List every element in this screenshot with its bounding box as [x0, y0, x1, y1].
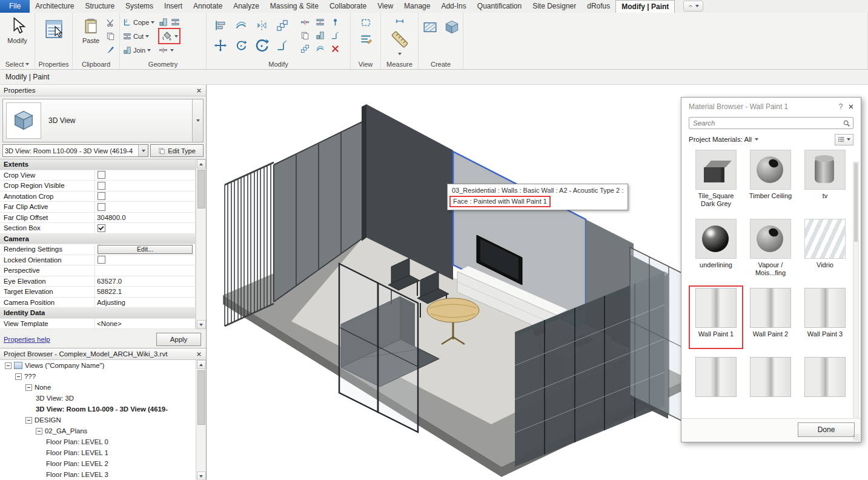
- apply-button[interactable]: Apply: [156, 333, 201, 346]
- tree-item[interactable]: Floor Plan: LEVEL 2: [0, 458, 196, 469]
- material-tile[interactable]: underlining: [690, 218, 742, 279]
- property-value[interactable]: <None>: [97, 320, 122, 327]
- trim-corner-button[interactable]: [330, 30, 340, 41]
- project-browser-close-icon[interactable]: [194, 350, 204, 358]
- aligned-dimension-button[interactable]: [394, 16, 406, 26]
- create-group-button[interactable]: [422, 19, 439, 36]
- ribbon-tab[interactable]: Quantification: [472, 0, 527, 13]
- type-selector-dropdown[interactable]: [192, 99, 203, 142]
- property-checkbox[interactable]: [98, 192, 105, 200]
- property-edit-button[interactable]: Edit...: [98, 245, 193, 254]
- property-value-cell[interactable]: [95, 202, 196, 212]
- tree-item[interactable]: Floor Plan: LEVEL 0: [0, 436, 196, 447]
- material-tile[interactable]: Vapour / Mois...fing: [744, 218, 797, 279]
- ribbon-tab[interactable]: Insert: [159, 0, 188, 13]
- unpin-button[interactable]: [315, 44, 325, 54]
- ribbon-tab[interactable]: View: [372, 0, 399, 13]
- ribbon-tab[interactable]: Architecture: [30, 0, 79, 13]
- panel-label-clipboard[interactable]: Clipboard: [73, 59, 119, 68]
- cut-geometry-button[interactable]: Cut: [120, 29, 154, 43]
- tree-item[interactable]: 3D View: Room L10-009 - 3D View (4619-: [0, 404, 196, 415]
- scroll-thumb[interactable]: [854, 163, 858, 242]
- tree-expander-icon[interactable]: [25, 417, 32, 424]
- panel-label-measure[interactable]: Measure: [381, 59, 418, 68]
- properties-toggle-button[interactable]: [39, 15, 68, 41]
- tree-item[interactable]: Floor Plan: LEVEL 3: [0, 469, 196, 480]
- paste-button[interactable]: Paste: [76, 15, 105, 55]
- mirror-axis-button[interactable]: [255, 19, 268, 32]
- material-tile[interactable]: [690, 356, 742, 408]
- help-button[interactable]: ?: [835, 102, 846, 111]
- panel-label-geometry[interactable]: Geometry: [120, 59, 206, 68]
- modify-button[interactable]: Modify: [3, 15, 32, 44]
- join-geometry-button[interactable]: Join: [120, 43, 154, 57]
- ribbon-tab[interactable]: Massing & Site: [265, 0, 324, 13]
- align-button[interactable]: [214, 19, 227, 32]
- file-tab[interactable]: File: [0, 0, 30, 13]
- project-browser-scrollbar[interactable]: [196, 360, 206, 480]
- property-value-cell[interactable]: <None>: [95, 319, 196, 329]
- property-value[interactable]: Adjusting: [97, 299, 125, 306]
- copy-to-clipboard-button[interactable]: [105, 31, 116, 41]
- cut-profile-button[interactable]: [315, 17, 325, 27]
- ribbon-tab[interactable]: Annotate: [188, 0, 228, 13]
- material-tile[interactable]: Wall Paint 3: [799, 287, 851, 348]
- ribbon-tab[interactable]: Structure: [79, 0, 120, 13]
- materials-filter-label[interactable]: Project Materials: All: [689, 136, 752, 143]
- tree-item[interactable]: DESIGN: [0, 415, 196, 425]
- ribbon-tab[interactable]: Manage: [399, 0, 436, 13]
- panel-label-modify[interactable]: Modify: [207, 59, 350, 68]
- ribbon-tab[interactable]: Modify | Paint: [615, 0, 675, 13]
- property-checkbox[interactable]: [98, 171, 105, 179]
- copy-button[interactable]: [300, 30, 310, 41]
- ribbon-tab[interactable]: Systems: [120, 0, 159, 13]
- rotate-large-button[interactable]: [253, 37, 270, 54]
- beam-joins-button[interactable]: [170, 17, 181, 27]
- tree-item[interactable]: ???: [0, 371, 196, 382]
- material-tile[interactable]: Wall Paint 2: [744, 287, 797, 348]
- drawing-area[interactable]: 03_Residential : Walls : Basic Wall : A2…: [207, 85, 868, 480]
- scroll-up-icon[interactable]: [197, 360, 206, 369]
- paint-dropdown-caret[interactable]: [174, 35, 178, 38]
- tree-expander-icon[interactable]: [36, 428, 42, 435]
- property-value-cell[interactable]: [95, 255, 196, 265]
- scroll-thumb[interactable]: [197, 170, 205, 208]
- property-value-cell[interactable]: [95, 181, 196, 191]
- material-tile[interactable]: [744, 356, 797, 408]
- tree-item[interactable]: 3D View: 3D: [0, 393, 196, 404]
- view-selector-combo[interactable]: 3D View: Room L10-009 - 3D View (4619-4: [2, 144, 148, 157]
- trim-extend-button[interactable]: [276, 39, 289, 52]
- measure-dropdown-caret[interactable]: [398, 53, 402, 55]
- material-tile[interactable]: Timber Ceiling: [744, 148, 797, 210]
- properties-title-bar[interactable]: Properties: [0, 85, 206, 96]
- material-search-input[interactable]: [689, 117, 853, 129]
- create-similar-button[interactable]: [443, 19, 460, 36]
- property-value-cell[interactable]: [95, 192, 196, 202]
- panel-label-properties[interactable]: Properties: [35, 59, 72, 68]
- cope-button[interactable]: Cope: [120, 15, 154, 29]
- material-tile[interactable]: Vidrio: [799, 218, 851, 279]
- project-browser-title-bar[interactable]: Project Browser - Complex_Model_ARCH_Wik…: [0, 348, 206, 360]
- tree-expander-icon[interactable]: [5, 362, 12, 369]
- view-selector-dropdown[interactable]: [138, 145, 148, 156]
- tree-item[interactable]: Floor Plan: LEVEL 1: [0, 447, 196, 458]
- material-tile[interactable]: [799, 356, 851, 408]
- property-value[interactable]: 304800.0: [97, 214, 126, 221]
- done-button[interactable]: Done: [798, 422, 855, 437]
- measure-button[interactable]: [390, 30, 409, 49]
- property-checkbox[interactable]: [98, 224, 105, 232]
- property-value[interactable]: 58822.1: [97, 288, 122, 295]
- materials-scrollbar[interactable]: [853, 162, 859, 418]
- split-element-button[interactable]: [300, 17, 310, 27]
- array-button[interactable]: [276, 19, 289, 32]
- ribbon-tab[interactable]: Add-Ins: [436, 0, 471, 13]
- ribbon-tab[interactable]: Site Designer: [527, 0, 581, 13]
- property-value-cell[interactable]: 63527.0: [95, 276, 196, 287]
- rotate-button[interactable]: [234, 39, 248, 52]
- panel-label-select[interactable]: Select: [0, 59, 35, 68]
- ribbon-tab[interactable]: Analyze: [228, 0, 265, 13]
- property-checkbox[interactable]: [98, 203, 105, 211]
- scale-button[interactable]: [300, 44, 310, 54]
- property-checkbox[interactable]: [98, 256, 105, 264]
- properties-scrollbar[interactable]: [196, 159, 206, 329]
